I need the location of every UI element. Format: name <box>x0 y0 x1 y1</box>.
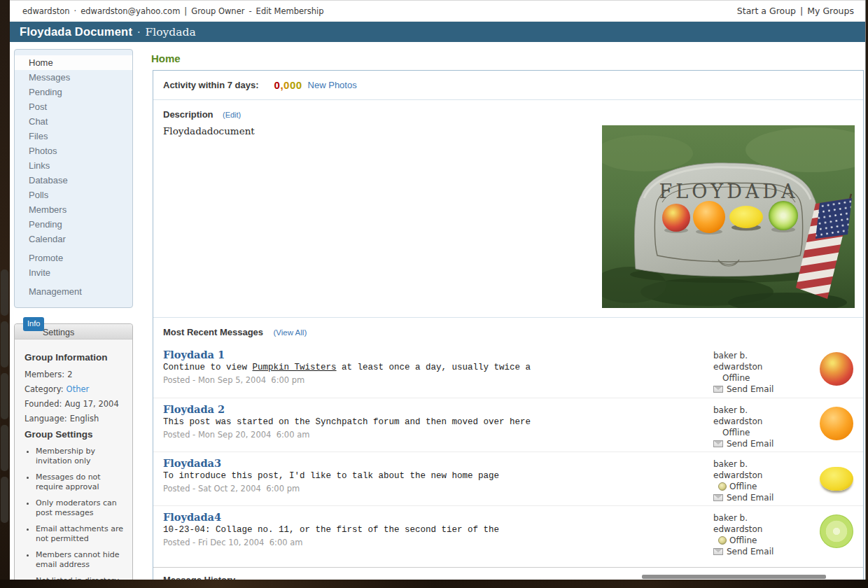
group-subtitle: Floydada <box>146 26 196 38</box>
status-label: Offline <box>729 481 757 492</box>
desktop-edge-shape <box>1 477 8 523</box>
main-content: Home Activity within 7 days: 0,000 New P… <box>141 46 864 580</box>
desktop-left-edge <box>0 0 10 588</box>
apple-icon <box>662 204 690 232</box>
message-content: Floydada4 10-23-04: Collage no. 11, or t… <box>163 511 713 559</box>
author-username: edwardston <box>713 416 820 427</box>
members-value: 2 <box>67 370 72 379</box>
sidebar-nav: Home Messages Pending Post Chat Files Ph… <box>14 49 133 308</box>
new-photos-link[interactable]: New Photos <box>308 80 357 90</box>
account-info: edwardston · edwardston@yahoo.com | Grou… <box>22 6 324 16</box>
author-username: edwardston <box>713 361 820 372</box>
browser-page: edwardston · edwardston@yahoo.com | Grou… <box>10 0 866 580</box>
founded-label: Founded: <box>24 399 62 409</box>
member-avatar[interactable] <box>820 407 853 440</box>
settings-box: Info Settings Group Information Members:… <box>14 323 133 580</box>
author-name: baker b. <box>713 458 820 470</box>
message-author-block: baker b. edwardston Offline Send Email <box>713 457 820 505</box>
message-content: Floydada 1 Continue to view Pumpkin Twis… <box>163 349 713 398</box>
category-link[interactable]: Other <box>66 384 90 394</box>
home-panel: Activity within 7 days: 0,000 New Photos… <box>153 70 864 580</box>
role-label: Group Owner <box>191 6 244 16</box>
send-email-link[interactable]: Send Email <box>713 546 820 557</box>
sidebar-item-photos[interactable]: Photos <box>15 144 132 158</box>
description-heading: Description <box>163 109 214 120</box>
sidebar-item-polls[interactable]: Polls <box>15 188 132 202</box>
sidebar-item-chat[interactable]: Chat <box>15 114 132 129</box>
horizontal-scrollbar-thumb[interactable] <box>642 575 826 579</box>
group-settings-heading: Group Settings <box>24 429 124 440</box>
start-a-group-link[interactable]: Start a Group <box>737 6 796 16</box>
sidebar-item-home[interactable]: Home <box>15 55 132 70</box>
sidebar-item-links[interactable]: Links <box>15 158 132 173</box>
message-title-link[interactable]: Floydada 1 <box>163 349 225 360</box>
sidebar-item-invite[interactable]: Invite <box>15 265 132 280</box>
message-author-block: baker b. edwardston Offline Send Email <box>713 403 820 451</box>
setting-bullet: Not listed in directory <box>36 576 124 580</box>
sidebar-item-database[interactable]: Database <box>15 173 132 188</box>
group-title-bar: Floydada Document · Floydada <box>10 22 865 42</box>
description-section: Description (Edit) Floydadadocument <box>153 100 863 318</box>
envelope-icon <box>713 494 723 501</box>
members-field: Members:2 <box>24 370 124 379</box>
send-email-link[interactable]: Send Email <box>713 492 820 503</box>
author-name: baker b. <box>713 405 820 416</box>
group-settings-list: Membership by invitation only Messages d… <box>27 447 124 580</box>
sidebar-item-calendar[interactable]: Calendar <box>15 232 132 246</box>
sidebar-item-members[interactable]: Members <box>15 202 132 217</box>
message-body: To introduce this post, I'd like to talk… <box>163 471 708 481</box>
member-avatar[interactable] <box>820 352 853 386</box>
setting-bullet: Email attachments are not permitted <box>36 524 124 544</box>
group-information-heading: Group Information <box>24 352 124 363</box>
edit-description-link[interactable]: (Edit) <box>223 111 241 119</box>
message-title-link[interactable]: Floydada3 <box>163 457 221 469</box>
lime-icon <box>769 201 798 230</box>
author-status: Offline <box>713 427 820 438</box>
sidebar-item-pending[interactable]: Pending <box>15 85 132 99</box>
member-avatar[interactable] <box>820 514 853 548</box>
author-name: baker b. <box>713 512 820 524</box>
message-row: Floydada 2 This post was started on the … <box>153 398 863 451</box>
info-tab[interactable]: Info <box>23 317 44 331</box>
sidebar: Home Messages Pending Post Chat Files Ph… <box>14 49 133 580</box>
account-bar: edwardston · edwardston@yahoo.com | Grou… <box>10 0 865 22</box>
activity-digit: 0 <box>290 79 296 91</box>
author-status: Offline <box>713 372 820 384</box>
activity-digit: 0 <box>296 79 302 91</box>
message-body: 10-23-04: Collage no. 11, or the first o… <box>163 525 708 535</box>
send-email-link[interactable]: Send Email <box>713 384 820 395</box>
activity-digit: 0 <box>284 79 290 91</box>
members-label: Members: <box>24 370 64 379</box>
message-content: Floydada3 To introduce this post, I'd li… <box>163 457 713 505</box>
view-all-link[interactable]: (View All) <box>274 328 307 337</box>
sidebar-item-post[interactable]: Post <box>15 99 132 114</box>
desktop-edge-shape <box>1 425 8 471</box>
activity-count: 0,000 <box>274 79 302 91</box>
send-email-label: Send Email <box>727 438 774 449</box>
envelope-icon <box>713 386 723 393</box>
message-content: Floydada 2 This post was started on the … <box>163 403 713 451</box>
sidebar-item-files[interactable]: Files <box>15 129 132 144</box>
page-title: Home <box>151 52 864 64</box>
member-avatar[interactable] <box>820 467 853 491</box>
edit-membership-link[interactable]: Edit Membership <box>256 6 324 16</box>
message-title-link[interactable]: Floydada4 <box>163 511 221 523</box>
message-body-text: Continue to view <box>163 363 253 372</box>
sidebar-item-management[interactable]: Management <box>15 284 132 299</box>
messages-heading: Most Recent Messages <box>163 327 263 337</box>
founded-value: Aug 17, 2004 <box>64 399 118 409</box>
message-title-link[interactable]: Floydada 2 <box>163 403 225 415</box>
message-body-link[interactable]: Pumpkin Twisters <box>253 363 337 372</box>
my-groups-link[interactable]: My Groups <box>807 6 854 16</box>
send-email-link[interactable]: Send Email <box>713 438 820 449</box>
sidebar-item-promote[interactable]: Promote <box>15 251 132 265</box>
avatar-cell <box>820 349 863 398</box>
status-label: Offline <box>722 372 750 384</box>
sidebar-item-pending2[interactable]: Pending <box>15 217 132 232</box>
sidebar-item-messages[interactable]: Messages <box>15 70 132 85</box>
message-posted: Posted - Fri Dec 10, 2004 6:00 am <box>163 538 708 547</box>
group-title: Floydada Document <box>20 25 132 38</box>
status-label: Offline <box>729 535 757 546</box>
messages-heading-row: Most Recent Messages (View All) <box>153 324 863 344</box>
separator-pipe: | <box>800 6 803 16</box>
